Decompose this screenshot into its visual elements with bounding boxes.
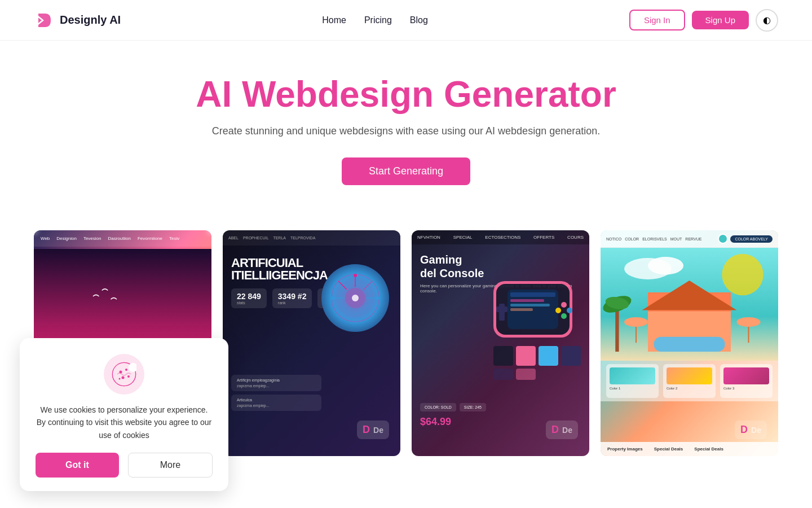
cookie-got-it-button[interactable]: Got it [36, 453, 119, 478]
property-watermark: D De [735, 421, 767, 439]
gallery-item-property: NOTICO COLOR ELORISVELS MOUT RERVUE COLO… [601, 230, 778, 456]
gaming-options: COLOR: SOLD SIZE: 245 $64.99 [420, 403, 486, 428]
property-label-2: Special Deals [654, 446, 683, 452]
ai-stat-1: 22 849 stats [231, 288, 267, 308]
gallery-item-ai: ABEL PROPHECUIL TERLA TELPROVIDA ARTIFIC… [223, 230, 400, 456]
svg-point-56 [737, 317, 761, 327]
gaming-nav: NFVHTION SPECIAL ECTOSECTIONS OFFERTS CO… [412, 230, 589, 244]
svg-rect-37 [516, 346, 536, 366]
nav-pricing[interactable]: Pricing [364, 15, 392, 25]
svg-point-19 [352, 295, 359, 301]
cookie-icon [104, 354, 144, 395]
property-card-1: Color 1 [606, 364, 659, 398]
svg-rect-36 [493, 346, 513, 366]
nav-actions: Sign In Sign Up ◐ [629, 9, 778, 32]
property-card-2: Color 2 [663, 364, 716, 398]
cookie-message: We use cookies to personalize your exper… [36, 404, 213, 441]
logo[interactable]: Designly AI [34, 10, 121, 30]
sign-up-button[interactable]: Sign Up [692, 11, 749, 29]
svg-point-64 [119, 378, 121, 379]
svg-rect-41 [516, 369, 536, 380]
brand-name: Designly AI [60, 14, 121, 27]
nav-blog[interactable]: Blog [410, 15, 428, 25]
brain-svg [330, 273, 381, 323]
nav-home[interactable]: Home [322, 15, 346, 25]
svg-rect-39 [561, 346, 581, 366]
svg-point-33 [567, 308, 572, 313]
svg-point-61 [125, 369, 127, 371]
property-top-nav: NOTICO COLOR ELORISVELS MOUT RERVUE COLO… [601, 230, 778, 248]
ai-brain-visual [321, 264, 389, 332]
gallery-item-gaming: NFVHTION SPECIAL ECTOSECTIONS OFFERTS CO… [412, 230, 589, 456]
logo-icon [34, 10, 54, 30]
property-cards: Color 1 Color 2 Color 3 [601, 361, 778, 401]
svg-point-21 [331, 296, 334, 300]
svg-rect-31 [496, 306, 508, 312]
svg-rect-26 [510, 292, 555, 297]
svg-point-63 [127, 375, 130, 378]
svg-rect-52 [654, 337, 725, 352]
svg-rect-28 [510, 304, 550, 306]
svg-point-54 [624, 317, 648, 327]
property-card-3: Color 3 [720, 364, 773, 398]
gaming-console-visual [482, 259, 584, 385]
gaming-watermark: D De [546, 421, 578, 439]
hero-subtitle: Create stunning and unique webdesigns wi… [0, 125, 812, 137]
color-abovely-btn[interactable]: COLOR ABOVELY [730, 235, 773, 243]
svg-point-34 [561, 313, 567, 319]
cookie-svg [112, 362, 136, 387]
start-generating-button[interactable]: Start Generating [342, 157, 470, 185]
sign-in-button[interactable]: Sign In [629, 10, 685, 30]
property-label-3: Special Deals [694, 446, 723, 452]
nav-links: Home Pricing Blog [322, 15, 428, 25]
hero-title: AI Webdesign Generator [0, 75, 812, 114]
cookie-banner: We use cookies to personalize your exper… [20, 338, 228, 491]
property-scene [601, 248, 778, 361]
ai-top-nav: ABEL PROPHECUIL TERLA TELPROVIDA [223, 230, 400, 246]
ai-watermark: D De [357, 421, 389, 439]
svg-point-35 [555, 308, 561, 313]
svg-point-43 [722, 254, 764, 296]
svg-rect-27 [510, 299, 544, 302]
hero-section: AI Webdesign Generator Create stunning a… [0, 41, 812, 208]
console-svg [482, 259, 584, 383]
svg-point-62 [122, 376, 125, 379]
city-nav-bar: Web Designion Tevesion Dasroutiion Fevor… [34, 230, 211, 247]
property-bottom-labels: Property Images Special Deals Special De… [601, 442, 778, 456]
property-label-1: Property Images [607, 446, 643, 452]
svg-rect-40 [493, 369, 513, 380]
svg-point-20 [354, 274, 357, 277]
cookie-icon-wrapper [36, 354, 213, 395]
ai-bottom-blocks: Artificjm empleagzaginia zaprzma empiep.… [231, 375, 321, 411]
theme-toggle-button[interactable]: ◐ [756, 9, 778, 32]
color-swatch-teal [718, 234, 728, 244]
cookie-buttons: Got it More [36, 453, 213, 478]
navbar: Designly AI Home Pricing Blog Sign In Si… [0, 0, 812, 41]
svg-point-32 [561, 302, 567, 308]
ai-stat-2: 3349 #2 rank [272, 288, 312, 308]
svg-point-45 [648, 257, 683, 275]
svg-point-22 [376, 296, 379, 300]
svg-rect-38 [539, 346, 558, 366]
property-scene-svg [601, 248, 778, 361]
cookie-more-button[interactable]: More [128, 453, 213, 478]
svg-rect-29 [510, 308, 533, 311]
